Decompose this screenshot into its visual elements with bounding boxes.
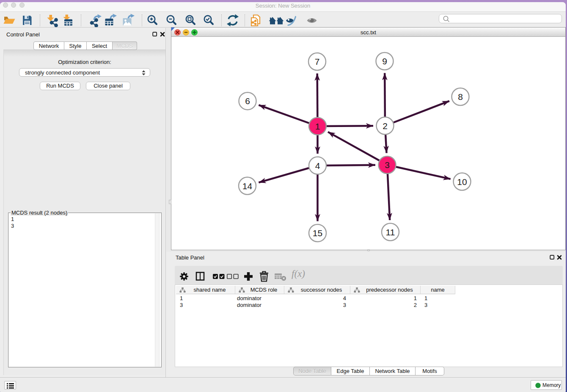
svg-text:8: 8 [458,92,463,102]
svg-text:10: 10 [457,177,467,187]
svg-text:11: 11 [386,227,395,237]
svg-text:9: 9 [382,56,387,66]
svg-text:4: 4 [315,161,320,171]
svg-text:1: 1 [315,121,320,131]
svg-text:14: 14 [242,181,253,191]
svg-text:15: 15 [313,228,322,238]
svg-text:7: 7 [315,57,320,66]
svg-text:3: 3 [385,160,390,170]
svg-text:6: 6 [245,96,250,106]
svg-text:2: 2 [383,121,388,131]
